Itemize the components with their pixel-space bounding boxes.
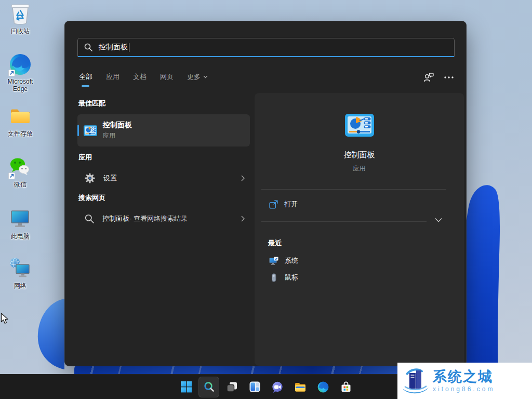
- recent-item-system[interactable]: 系统: [269, 256, 298, 265]
- task-view-icon: [226, 381, 238, 393]
- desktop-icon-label: Microsoft Edge: [1, 78, 39, 92]
- desktop-icon-label: 回收站: [1, 28, 39, 35]
- action-open[interactable]: 打开: [269, 200, 298, 209]
- shortcut-arrow-icon: [8, 70, 15, 76]
- account-feedback-icon[interactable]: [423, 73, 434, 83]
- watermark-logo: [401, 366, 431, 396]
- mouse-icon: [269, 273, 278, 282]
- taskbar-search-icon: [203, 381, 215, 393]
- tab-all[interactable]: 全部: [79, 72, 92, 83]
- recent-item-label: 系统: [285, 256, 298, 265]
- this-pc-icon: [8, 207, 32, 231]
- windows-search-flyout: 控制面板 全部 应用 文档 网页 更多 最佳匹配: [64, 21, 467, 366]
- start-button[interactable]: [176, 377, 196, 397]
- desktop-icon-recycle-bin[interactable]: 回收站: [1, 2, 39, 35]
- search-icon: [84, 43, 92, 51]
- preview-app-title: 控制面板: [255, 150, 464, 160]
- desktop-icon-label: 微信: [1, 181, 39, 188]
- recent-header: 最近: [268, 238, 282, 248]
- chevron-right-icon: [241, 216, 245, 222]
- chevron-down-icon[interactable]: [435, 218, 442, 222]
- section-header-search-web: 搜索网页: [78, 193, 250, 203]
- edge-icon: [8, 52, 32, 76]
- control-panel-icon: [84, 125, 97, 136]
- mouse-cursor: [1, 313, 8, 324]
- windows-start-icon: [180, 381, 192, 393]
- chevron-down-icon: [203, 75, 208, 78]
- file-explorer-icon: [294, 381, 307, 393]
- gear-icon: [85, 173, 95, 183]
- tab-documents[interactable]: 文档: [133, 72, 147, 83]
- desktop-icon-wechat[interactable]: 微信: [1, 155, 39, 188]
- divider: [261, 221, 427, 222]
- result-title: 控制面板: [103, 121, 132, 130]
- control-panel-icon: [345, 114, 374, 137]
- wechat-icon: [8, 155, 32, 179]
- desktop-icon-label: 网络: [1, 282, 39, 289]
- recent-item-label: 鼠标: [285, 273, 298, 282]
- text-caret: [129, 43, 129, 52]
- search-button[interactable]: [198, 377, 219, 397]
- microsoft-store-icon: [340, 381, 352, 393]
- file-explorer-button[interactable]: [290, 377, 311, 397]
- watermark-title: 系统之城: [433, 369, 495, 384]
- watermark-domain: xitong86.com: [433, 385, 495, 393]
- result-subtitle: 应用: [103, 131, 132, 140]
- tab-web[interactable]: 网页: [160, 72, 174, 83]
- chevron-right-icon: [241, 175, 245, 181]
- edge-button[interactable]: [313, 377, 334, 397]
- result-best-match-control-panel[interactable]: 控制面板 应用: [77, 114, 250, 147]
- edge-icon: [317, 381, 329, 393]
- result-web-search[interactable]: 控制面板 - 查看网络搜索结果: [77, 209, 250, 229]
- system-monitor-icon: [269, 257, 278, 265]
- recycle-bin-icon: [8, 2, 32, 26]
- watermark-banner: 系统之城 xitong86.com: [397, 363, 532, 399]
- tab-more[interactable]: 更多: [187, 72, 208, 83]
- shortcut-arrow-icon: [8, 172, 15, 179]
- result-label: 控制面板: [102, 214, 129, 223]
- search-results-list: 最佳匹配 控制面板 应用 应用: [77, 95, 250, 234]
- selection-accent-bar: [77, 125, 79, 136]
- recent-item-mouse[interactable]: 鼠标: [269, 273, 298, 282]
- search-input[interactable]: 控制面板: [77, 38, 455, 57]
- chat-button[interactable]: [267, 377, 288, 397]
- divider: [261, 189, 446, 190]
- preview-app-subtitle: 应用: [255, 164, 464, 173]
- result-label: 设置: [103, 174, 117, 183]
- wallpaper-bloom-petal-left: [30, 292, 64, 371]
- task-view-button[interactable]: [221, 377, 242, 397]
- section-header-apps: 应用: [78, 153, 250, 162]
- wallpaper-bloom-petal-right: [460, 177, 532, 374]
- search-filter-tabs: 全部 应用 文档 网页 更多: [79, 71, 454, 84]
- folder-icon: [8, 104, 32, 128]
- search-input-value: 控制面板: [99, 43, 128, 52]
- store-button[interactable]: [336, 377, 356, 397]
- open-icon: [269, 200, 278, 209]
- search-icon: [85, 214, 94, 223]
- desktop-icon-this-pc[interactable]: 此电脑: [1, 207, 39, 240]
- action-label: 打开: [284, 200, 298, 209]
- more-options-icon[interactable]: [444, 76, 454, 78]
- desktop-icon-microsoft-edge[interactable]: Microsoft Edge: [1, 52, 39, 92]
- widgets-icon: [249, 381, 261, 393]
- chat-icon: [271, 381, 284, 393]
- active-tab-underline: [82, 85, 89, 87]
- result-settings[interactable]: 设置: [77, 168, 250, 188]
- network-icon: [8, 257, 32, 281]
- result-label-suffix: - 查看网络搜索结果: [129, 214, 188, 223]
- desktop-icon-label: 文件存放: [1, 130, 39, 137]
- section-header-best-match: 最佳匹配: [78, 99, 250, 108]
- desktop-icon-network[interactable]: 网络: [1, 257, 39, 289]
- desktop-icon-file-folder[interactable]: 文件存放: [1, 104, 39, 137]
- desktop-icon-label: 此电脑: [1, 233, 39, 240]
- tab-apps[interactable]: 应用: [106, 72, 119, 83]
- result-preview-panel: 控制面板 应用 打开 最近 系统: [255, 93, 464, 366]
- widgets-button[interactable]: [244, 377, 265, 397]
